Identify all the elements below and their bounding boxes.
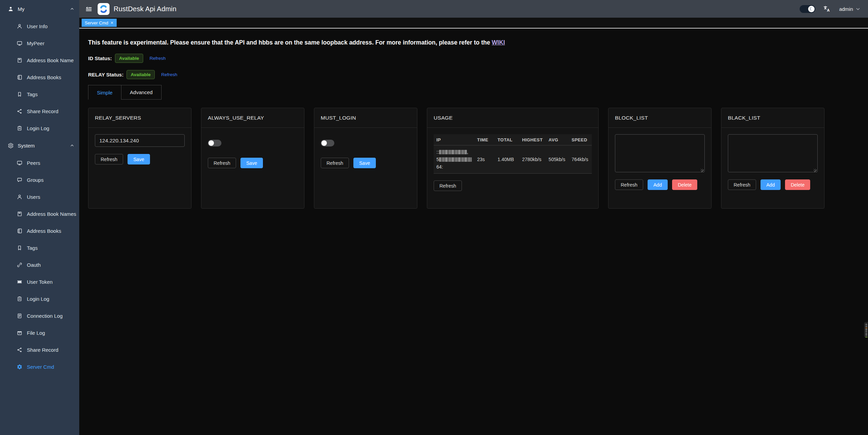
main-content: This feature is experimental. Please ens…	[79, 29, 868, 435]
toggle-knob	[321, 140, 327, 146]
share-icon	[16, 347, 22, 353]
user-icon	[16, 23, 22, 29]
relay-status-refresh-link[interactable]: Refresh	[161, 72, 177, 77]
relay-servers-save-button[interactable]: Save	[128, 154, 150, 164]
block-list-delete-button[interactable]: Delete	[672, 179, 697, 190]
bookmark-icon	[16, 91, 22, 97]
usage-total: 1.40MB	[495, 145, 519, 174]
monitor-icon	[16, 40, 22, 46]
sidebar-item-login-log[interactable]: Login Log	[0, 290, 79, 307]
redacted-block	[439, 157, 472, 162]
sidebar-item-address-books[interactable]: Address Books	[0, 69, 79, 86]
edge-widget-stripe	[865, 326, 867, 327]
doc-icon	[16, 313, 22, 319]
link-icon	[16, 262, 22, 268]
black-list-add-button[interactable]: Add	[761, 179, 781, 190]
block-list-textarea[interactable]	[615, 134, 705, 172]
always-use-relay-save-button[interactable]: Save	[240, 158, 263, 168]
black-list-delete-button[interactable]: Delete	[785, 179, 810, 190]
notebook-icon	[16, 74, 22, 80]
user-menu[interactable]: admin	[839, 6, 860, 12]
relay-servers-input[interactable]	[95, 134, 185, 147]
sidebar-item-address-book-names[interactable]: Address Book Names	[0, 205, 79, 222]
tab-advanced[interactable]: Advanced	[121, 85, 161, 100]
wiki-link[interactable]: WIKI	[492, 39, 505, 46]
id-status-label: ID Status:	[88, 55, 112, 61]
clipboard-icon	[16, 296, 22, 302]
col-speed: SPEED	[569, 134, 592, 145]
edge-docked-widget[interactable]	[864, 322, 868, 337]
moon-icon: ☾	[808, 6, 815, 12]
must-login-save-button[interactable]: Save	[353, 158, 376, 168]
translate-icon[interactable]: A	[823, 5, 830, 13]
edge-widget-stripe	[865, 337, 867, 337]
card-relay-servers: RELAY_SERVERS Refresh Save	[88, 108, 191, 209]
warning-text: This feature is experimental. Please ens…	[88, 39, 492, 46]
chat-icon	[16, 177, 22, 183]
sidebar-item-mypeer[interactable]: MyPeer	[0, 35, 79, 52]
sidebar-item-address-book-name[interactable]: Address Book Name	[0, 52, 79, 69]
sidebar-item-login-log[interactable]: Login Log	[0, 120, 79, 137]
relay-status-label: RELAY Status:	[88, 72, 123, 77]
sidebar-item-address-books[interactable]: Address Books	[0, 222, 79, 239]
relay-servers-refresh-button[interactable]: Refresh	[95, 154, 123, 164]
black-list-refresh-button[interactable]: Refresh	[728, 179, 756, 190]
col-total: TOTAL	[495, 134, 519, 145]
edge-widget-stripe	[865, 334, 867, 335]
sidebar-item-peers[interactable]: Peers	[0, 154, 79, 171]
edge-widget-stripe	[865, 330, 867, 330]
block-list-refresh-button[interactable]: Refresh	[615, 179, 643, 190]
gear-icon	[16, 364, 22, 370]
ticket-icon	[16, 279, 22, 285]
rustdesk-logo-icon	[98, 3, 110, 15]
sidebar-item-share-record[interactable]: Share Record	[0, 341, 79, 358]
id-status-refresh-link[interactable]: Refresh	[150, 56, 166, 61]
theme-toggle[interactable]: ☾	[800, 5, 815, 13]
sidebar-collapse-icon[interactable]	[85, 6, 92, 12]
sidebar-item-tags[interactable]: Tags	[0, 86, 79, 103]
must-login-refresh-button[interactable]: Refresh	[321, 158, 349, 168]
toggle-knob	[208, 140, 214, 146]
edge-widget-stripe	[865, 325, 867, 326]
bookmark-icon	[16, 245, 22, 251]
sidebar-nav: MyUser InfoMyPeerAddress Book NameAddres…	[0, 0, 79, 435]
book-icon	[16, 57, 22, 63]
edge-widget-stripe	[865, 335, 867, 336]
must-login-toggle[interactable]	[321, 140, 334, 146]
relay-status-row: RELAY Status: Available Refresh	[88, 70, 868, 79]
tab-server-cmd[interactable]: Server Cmd ×	[82, 19, 117, 27]
sidebar-section-system[interactable]: System	[0, 137, 79, 154]
sidebar-item-users[interactable]: Users	[0, 188, 79, 205]
sidebar-item-user-info[interactable]: User Info	[0, 18, 79, 35]
sidebar-item-connection-log[interactable]: Connection Log	[0, 307, 79, 324]
sidebar-item-user-token[interactable]: User Token	[0, 273, 79, 290]
sidebar-item-server-cmd[interactable]: Server Cmd	[0, 358, 79, 375]
experimental-warning: This feature is experimental. Please ens…	[88, 38, 868, 47]
usage-ip-cell: ::, 5 64:	[434, 145, 474, 174]
card-usage: USAGE IP TIME TOTAL HIGHEST AVG SPEED	[427, 108, 599, 209]
col-highest: HIGHEST	[519, 134, 546, 145]
block-list-add-button[interactable]: Add	[648, 179, 668, 190]
id-status-badge: Available	[115, 54, 143, 63]
col-ip: IP	[434, 134, 474, 145]
always-use-relay-refresh-button[interactable]: Refresh	[208, 158, 236, 168]
box-icon	[16, 330, 22, 336]
tab-simple[interactable]: Simple	[88, 85, 121, 100]
sidebar-item-share-record[interactable]: Share Record	[0, 103, 79, 120]
usage-avg: 505kb/s	[546, 145, 569, 174]
always-use-relay-toggle[interactable]	[208, 140, 221, 146]
mode-tabs: Simple Advanced	[88, 85, 162, 100]
user-filled-icon	[7, 6, 14, 12]
edge-widget-stripe	[865, 328, 867, 328]
sidebar-section-my[interactable]: My	[0, 0, 79, 18]
usage-refresh-button[interactable]: Refresh	[434, 180, 462, 191]
usage-speed: 764kb/s	[569, 145, 592, 174]
card-title: BLACK_LIST	[721, 108, 824, 128]
black-list-textarea[interactable]	[728, 134, 818, 172]
sidebar-item-oauth[interactable]: Oauth	[0, 256, 79, 273]
close-icon[interactable]: ×	[111, 20, 113, 25]
page-title: RustDesk Api Admin	[114, 5, 177, 13]
sidebar-item-tags[interactable]: Tags	[0, 239, 79, 256]
sidebar-item-groups[interactable]: Groups	[0, 171, 79, 188]
sidebar-item-file-log[interactable]: File Log	[0, 324, 79, 341]
